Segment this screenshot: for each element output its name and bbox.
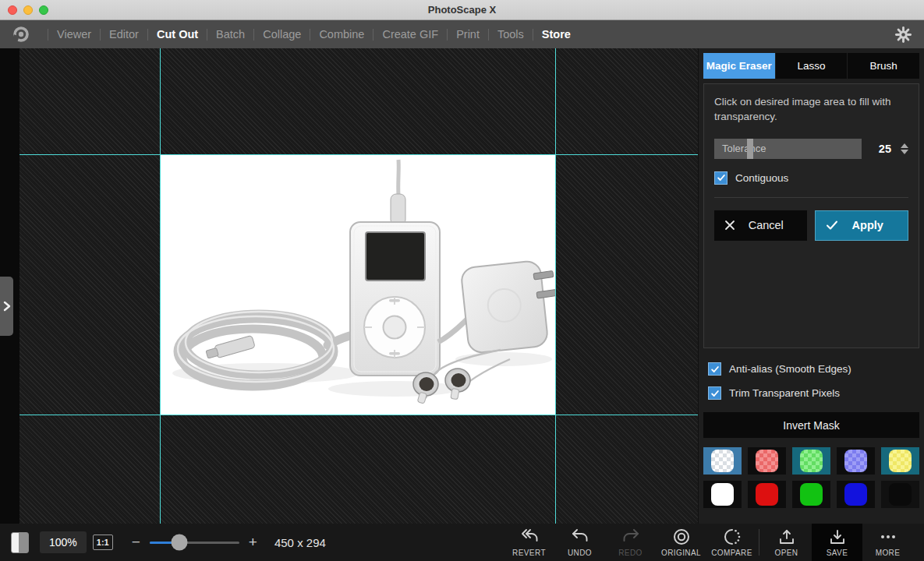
redo-button[interactable]: REDO xyxy=(605,524,656,561)
tolerance-label: Tolerance xyxy=(722,143,766,154)
swatch-white[interactable] xyxy=(703,481,742,508)
menu-editor[interactable]: Editor xyxy=(109,28,139,41)
swatch-red[interactable] xyxy=(748,481,786,508)
undo-button[interactable]: UNDO xyxy=(554,524,605,561)
check-icon xyxy=(826,220,838,231)
swatch-transparent-checker[interactable] xyxy=(703,447,742,475)
check-icon xyxy=(710,365,720,374)
photoscape-logo-icon[interactable] xyxy=(11,24,31,44)
canvas-area[interactable] xyxy=(19,48,698,524)
invert-mask-button[interactable]: Invert Mask xyxy=(703,412,919,438)
ipod-product-photo xyxy=(161,155,555,415)
titlebar: PhotoScape X xyxy=(0,0,924,20)
menu-viewer[interactable]: Viewer xyxy=(57,28,91,41)
instruction-text: Click on desired image area to fill with… xyxy=(714,95,908,125)
revert-icon xyxy=(519,527,540,546)
zoom-level[interactable]: 100% xyxy=(40,531,87,553)
divider xyxy=(714,197,908,198)
cancel-button[interactable]: Cancel xyxy=(714,210,807,241)
compare-icon xyxy=(723,527,742,546)
menu-cut-out[interactable]: Cut Out xyxy=(157,28,198,41)
zoom-out-button[interactable]: − xyxy=(126,534,147,551)
menu-batch[interactable]: Batch xyxy=(216,28,245,41)
menu-separator xyxy=(488,29,489,41)
more-icon xyxy=(879,527,897,546)
swatch-yellow-checker[interactable] xyxy=(881,447,919,475)
antialias-row: Anti-alias (Smooth Edges) xyxy=(708,362,916,376)
save-button[interactable]: SAVE xyxy=(812,524,862,561)
original-label: ORIGINAL xyxy=(661,549,701,557)
swatch-black[interactable] xyxy=(881,481,919,508)
zoom-slider-knob[interactable] xyxy=(171,535,187,551)
menu-separator xyxy=(373,29,373,41)
canvas-background-toggle[interactable] xyxy=(11,532,29,553)
redo-label: REDO xyxy=(618,549,643,557)
menu-combine[interactable]: Combine xyxy=(319,28,364,41)
revert-button[interactable]: REVERT xyxy=(504,524,554,561)
close-window-button[interactable] xyxy=(8,5,17,15)
menu-separator xyxy=(447,29,448,41)
crop-guide-bottom xyxy=(19,415,698,415)
open-button[interactable]: OPEN xyxy=(761,524,812,561)
cancel-label: Cancel xyxy=(735,219,797,231)
apply-button[interactable]: Apply xyxy=(815,210,909,241)
x-icon xyxy=(724,220,735,231)
crop-guide-right xyxy=(555,48,556,524)
menu-print[interactable]: Print xyxy=(456,28,480,41)
undo-label: UNDO xyxy=(568,549,592,557)
collapsed-left-sidebar xyxy=(0,48,19,524)
zoom-in-button[interactable]: + xyxy=(243,534,264,551)
photoscape-window: PhotoScape X Viewer Editor Cut Out Batch… xyxy=(0,0,924,561)
contiguous-checkbox[interactable] xyxy=(714,171,728,185)
edited-image[interactable] xyxy=(161,155,555,415)
background-swatches xyxy=(703,447,919,508)
swatch-green-checker[interactable] xyxy=(792,447,830,475)
magic-eraser-options: Click on desired image area to fill with… xyxy=(703,83,919,348)
swatch-blue-checker[interactable] xyxy=(837,447,875,475)
swatch-red-checker[interactable] xyxy=(748,447,786,475)
crop-guide-left xyxy=(160,48,161,524)
menu-separator xyxy=(310,29,310,41)
compare-button[interactable]: COMPARE xyxy=(706,524,757,561)
menu-store[interactable]: Store xyxy=(542,28,571,41)
menu-create-gif[interactable]: Create GIF xyxy=(382,28,438,41)
crop-guide-top xyxy=(19,154,698,155)
tolerance-slider-handle[interactable] xyxy=(747,139,753,159)
antialias-checkbox[interactable] xyxy=(708,362,721,376)
swatch-green[interactable] xyxy=(792,481,830,508)
antialias-label: Anti-alias (Smooth Edges) xyxy=(729,363,851,375)
main-menubar: Viewer Editor Cut Out Batch Collage Comb… xyxy=(0,20,924,48)
more-label: MORE xyxy=(876,549,901,557)
minimize-window-button[interactable] xyxy=(23,5,33,15)
settings-gear-icon[interactable] xyxy=(893,24,913,44)
fullscreen-window-button[interactable] xyxy=(39,5,48,15)
tab-magic-eraser[interactable]: Magic Eraser xyxy=(703,53,775,79)
original-button[interactable]: ORIGINAL xyxy=(656,524,706,561)
check-icon xyxy=(717,173,726,182)
statusbar: 100% 1:1 − + 450 x 294 REVERT xyxy=(0,524,924,561)
actual-size-button[interactable]: 1:1 xyxy=(93,535,113,550)
menu-collage[interactable]: Collage xyxy=(263,28,301,41)
compare-label: COMPARE xyxy=(711,549,752,557)
menu-separator xyxy=(533,29,533,41)
tolerance-slider[interactable]: Tolerance xyxy=(714,139,862,159)
expand-sidebar-handle[interactable] xyxy=(0,277,13,336)
actions-separator xyxy=(759,529,759,556)
swatch-blue[interactable] xyxy=(837,481,875,508)
tab-lasso[interactable]: Lasso xyxy=(776,53,848,79)
open-label: OPEN xyxy=(775,549,798,557)
more-button[interactable]: MORE xyxy=(862,524,913,561)
menu-tools[interactable]: Tools xyxy=(497,28,524,41)
tolerance-value: 25 xyxy=(868,143,891,155)
traffic-lights xyxy=(8,0,48,20)
undo-icon xyxy=(571,527,589,546)
zoom-slider[interactable] xyxy=(150,534,239,551)
stepper-down-icon[interactable] xyxy=(901,150,908,154)
trim-row: Trim Transparent Pixels xyxy=(708,386,916,400)
tolerance-stepper[interactable] xyxy=(897,143,908,154)
menu-separator xyxy=(207,29,207,41)
trim-label: Trim Transparent Pixels xyxy=(729,387,840,399)
tab-brush[interactable]: Brush xyxy=(848,53,919,79)
stepper-up-icon[interactable] xyxy=(901,143,908,148)
trim-checkbox[interactable] xyxy=(708,386,721,400)
